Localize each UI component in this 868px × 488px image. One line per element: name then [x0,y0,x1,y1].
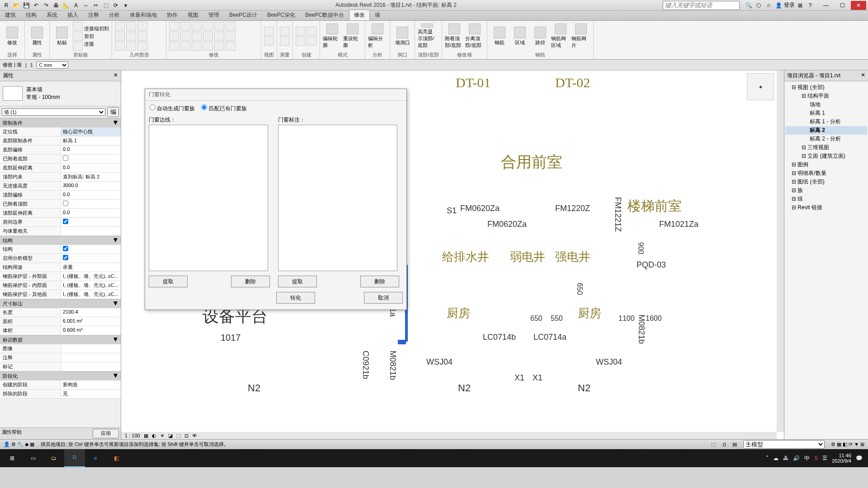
join-cut[interactable]: 连接端切割 [84,25,109,32]
tab-beepc1[interactable]: BeePC设计 [224,9,262,20]
tree-node[interactable]: ⊟ 组 [785,195,867,203]
tab-massing[interactable]: 体量和场地 [125,9,162,20]
tab-beepc3[interactable]: BeePC数据中台 [300,9,349,20]
view-control-bar[interactable]: 1 : 100 ▦ ◐ ☀ ◪ ⬚ ⊡ 👁 [121,432,777,439]
match-icon[interactable] [73,42,83,51]
tree-node[interactable]: ⊟ 视图 (全部) [785,83,867,92]
reset-profile[interactable]: 重设轮廓 [343,23,362,49]
undo-icon[interactable]: ↶ [32,1,41,10]
tree-node[interactable]: ⊟ 图例 [785,160,867,169]
pick-tag-button[interactable]: 提取 [278,276,317,287]
exchange-icon[interactable]: ⊠ [796,1,805,10]
cut-icon[interactable] [73,22,83,31]
tab-analyze[interactable]: 分析 [104,9,125,20]
sec-id[interactable]: 标识数据⯆ [0,335,121,344]
align-icon[interactable] [203,22,213,31]
instance-selector[interactable]: 墙 (1) [2,108,105,116]
start-button[interactable]: ⊞ [2,449,23,467]
tab-annotate[interactable]: 注释 [83,9,104,20]
edit-analysis[interactable]: 编辑分析 [368,23,387,49]
taskview-button[interactable]: ▭ [23,449,43,467]
scrollbar-v[interactable] [777,70,784,432]
m1-icon[interactable] [214,22,224,31]
tab-modify[interactable]: 修改 [349,9,370,20]
measure-icon[interactable]: 📐 [61,1,71,10]
attach-wall[interactable]: 附着顶部/底部 [445,23,464,49]
extend-icon[interactable] [192,32,202,41]
copy-icon[interactable] [73,32,83,41]
split-icon[interactable] [192,42,202,51]
geom-2[interactable] [115,32,125,41]
nav-bar[interactable] [756,102,774,192]
save-icon[interactable]: 💾 [22,1,31,10]
tray-app1-icon[interactable]: S [814,455,818,461]
text-icon[interactable]: A [71,1,80,10]
geom-3[interactable] [115,42,125,51]
tray-ime-icon[interactable]: 中 [804,455,810,462]
area-tool[interactable]: 区域 [510,23,529,49]
close-button[interactable]: ✕ [851,1,866,10]
crop-icon[interactable]: ⬚ [176,433,181,439]
revit-task-icon[interactable]: R [64,449,85,467]
tab-system[interactable]: 系统 [42,9,62,20]
notif-icon[interactable]: 💬 [856,455,863,461]
tab-view[interactable]: 视图 [183,9,203,20]
apply-button[interactable]: 应用 [93,429,119,438]
geom-6[interactable] [126,42,136,51]
tree-node[interactable]: ⊟ 族 [785,186,867,195]
tree-node[interactable]: ⊟ 结构平面 [785,92,867,100]
geom-1[interactable] [115,22,125,31]
paste-tool[interactable]: 粘贴 [52,23,71,49]
sec-limit[interactable]: 限制条件⯆ [0,118,121,127]
mirror-icon[interactable] [169,42,179,51]
explorer-icon[interactable]: 🗂 [43,449,64,467]
properties-list[interactable]: 限制条件⯆ 定位线核心层中心线 底部限制条件标高 1 底部偏移0.0 已附着底部… [0,118,121,427]
offset-icon[interactable] [203,32,213,41]
meas1[interactable] [280,27,290,36]
visual-icon[interactable]: ◐ [152,433,156,439]
tray-up-icon[interactable]: ˄ [766,455,769,461]
tray-app2-icon[interactable]: ☰ [822,455,827,461]
tab-beepc2[interactable]: BeePC深化 [262,9,300,20]
app-menu-button[interactable]: R [2,1,11,10]
geom-8[interactable] [137,32,147,41]
tray-net-icon[interactable]: 🖧 [783,455,788,461]
sec-phase[interactable]: 阶段化⯆ [0,371,121,380]
geom-9[interactable] [137,42,147,51]
view-cube[interactable]: ◈ [747,73,774,100]
move-icon[interactable] [169,22,179,31]
close-props-icon[interactable]: ✕ [113,72,118,80]
tray-cloud-icon[interactable]: ☁ [773,455,778,461]
m2-icon[interactable] [214,32,224,41]
tab-wall[interactable]: 墙 [370,9,385,20]
dropdown-icon[interactable]: ▾ [121,1,130,10]
main-model-select[interactable]: 主模型 [743,440,825,449]
cr2[interactable] [296,37,306,46]
shadow-icon[interactable]: ◪ [168,433,173,439]
radio-match[interactable]: 匹配已有门窗族 [201,104,246,113]
wall-grip[interactable] [398,340,406,344]
array-icon[interactable] [180,32,190,41]
help-icon[interactable]: ? [806,1,815,10]
login-link[interactable]: 登录 [784,1,795,9]
grid-tool[interactable]: 钢筋网区域 [551,23,570,49]
props-tool[interactable]: 属性 [28,23,47,49]
cancel-button[interactable]: 取消 [364,292,403,304]
user-icon[interactable]: 👤 [774,1,783,10]
opt-select[interactable]: C mm [37,61,68,69]
sync-icon[interactable]: ⟳ [111,1,120,10]
tree-node[interactable]: ⊟ 明细表/数量 [785,169,867,178]
detach-wall[interactable]: 分离顶部/底部 [465,23,484,49]
taskbar-clock[interactable]: 11:462020/9/4 [832,453,851,464]
prop-help-link[interactable]: 属性帮助 [2,429,22,438]
tray-vol-icon[interactable]: 🔊 [793,455,800,461]
crop2-icon[interactable]: ⊡ [184,433,189,439]
cr4[interactable] [307,37,317,46]
search-input[interactable] [663,1,740,10]
geom-4[interactable] [126,22,136,31]
search-icon[interactable]: 🔍 [744,1,753,10]
tree-node[interactable]: 场地 [785,100,867,109]
copy2-icon[interactable] [180,22,190,31]
section-icon[interactable]: ✂ [91,1,100,10]
pick-edge-button[interactable]: 提取 [149,276,188,287]
